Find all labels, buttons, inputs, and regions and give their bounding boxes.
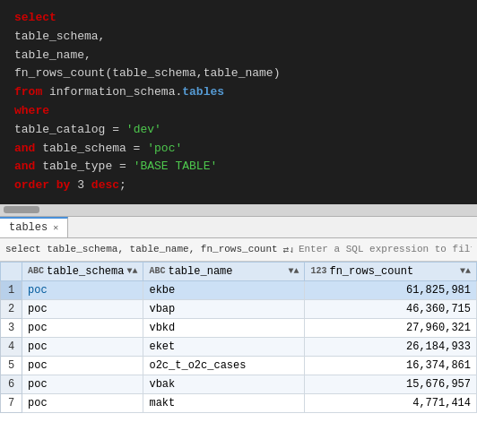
cell-schema: poc: [22, 318, 143, 337]
col-label: fn_rows_count: [329, 265, 413, 278]
cell-name: vbak: [143, 375, 305, 393]
col-type-badge: ABC: [28, 266, 44, 276]
filter-bar: select table_schema, table_name, fn_rows…: [0, 238, 477, 262]
cell-count: 27,960,321: [305, 318, 477, 337]
sql-line: where: [14, 102, 463, 121]
cell-count: 4,771,414: [305, 393, 477, 412]
filter-icons: ⇄⇃: [283, 244, 295, 255]
cell-count: 61,825,981: [305, 280, 477, 299]
col-label: table_schema: [47, 265, 124, 278]
results-table: ABCtable_schema▼▲ABCtable_name▼▲123fn_ro…: [0, 262, 477, 413]
row-number: 6: [1, 375, 22, 393]
row-number: 7: [1, 393, 22, 412]
sql-editor[interactable]: select table_schema, table_name, fn_rows…: [0, 0, 477, 204]
table-header-row: ABCtable_schema▼▲ABCtable_name▼▲123fn_ro…: [1, 262, 477, 280]
sql-line: from information_schema.tables: [14, 83, 463, 102]
cell-count: 16,374,861: [305, 356, 477, 375]
col-type-badge: ABC: [149, 266, 165, 276]
table-row[interactable]: 5poco2c_t_o2c_cases16,374,861: [1, 356, 477, 375]
cell-schema: poc: [22, 393, 143, 412]
cell-name: o2c_t_o2c_cases: [143, 356, 305, 375]
sql-line: table_catalog = 'dev': [14, 121, 463, 140]
sql-line: select: [14, 9, 463, 28]
row-number: 4: [1, 337, 22, 356]
sort-icon[interactable]: ▼▲: [288, 266, 299, 276]
col-header-count[interactable]: 123fn_rows_count▼▲: [305, 262, 477, 280]
tabs-bar: tables✕: [0, 217, 477, 238]
cell-name: eket: [143, 337, 305, 356]
col-type-badge: 123: [310, 266, 326, 276]
sql-line: order by 3 desc;: [14, 177, 463, 195]
cell-schema: poc: [22, 356, 143, 375]
sql-line: and table_type = 'BASE TABLE': [14, 158, 463, 177]
table-row[interactable]: 1pocekbe61,825,981: [1, 280, 477, 299]
cell-count: 15,676,957: [305, 375, 477, 393]
sql-line: table_schema,: [14, 28, 463, 47]
sql-line: table_name,: [14, 47, 463, 65]
cell-schema: poc: [22, 375, 143, 393]
row-number: 3: [1, 318, 22, 337]
data-table-wrapper: ABCtable_schema▼▲ABCtable_name▼▲123fn_ro…: [0, 262, 477, 413]
horizontal-scrollbar[interactable]: [0, 204, 477, 217]
cell-name: vbkd: [143, 318, 305, 337]
table-row[interactable]: 2pocvbap46,360,715: [1, 299, 477, 318]
cell-name: ekbe: [143, 280, 305, 299]
cell-count: 46,360,715: [305, 299, 477, 318]
table-row[interactable]: 6pocvbak15,676,957: [1, 375, 477, 393]
col-header-rownum: [1, 262, 22, 280]
tab-tables[interactable]: tables✕: [0, 217, 68, 237]
col-header-schema[interactable]: ABCtable_schema▼▲: [22, 262, 143, 280]
tab-label: tables: [9, 221, 48, 234]
tab-close-icon[interactable]: ✕: [53, 222, 58, 233]
col-header-name[interactable]: ABCtable_name▼▲: [143, 262, 305, 280]
filter-query-text: select table_schema, table_name, fn_rows…: [5, 244, 278, 254]
row-number: 2: [1, 299, 22, 318]
table-row[interactable]: 3pocvbkd27,960,321: [1, 318, 477, 337]
filter-input[interactable]: [299, 244, 472, 254]
row-number: 5: [1, 356, 22, 375]
cell-name: makt: [143, 393, 305, 412]
col-label: table_name: [168, 265, 232, 278]
scrollbar-thumb[interactable]: [4, 206, 39, 213]
sql-line: and table_schema = 'poc': [14, 140, 463, 159]
row-number: 1: [1, 280, 22, 299]
cell-schema: poc: [22, 280, 143, 299]
cell-schema: poc: [22, 299, 143, 318]
table-row[interactable]: 7pocmakt4,771,414: [1, 393, 477, 412]
sql-line: fn_rows_count(table_schema,table_name): [14, 65, 463, 83]
cell-schema: poc: [22, 337, 143, 356]
cell-count: 26,184,933: [305, 337, 477, 356]
sort-icon[interactable]: ▼▲: [460, 266, 471, 276]
sort-icon[interactable]: ▼▲: [126, 266, 137, 276]
cell-name: vbap: [143, 299, 305, 318]
table-row[interactable]: 4poceket26,184,933: [1, 337, 477, 356]
